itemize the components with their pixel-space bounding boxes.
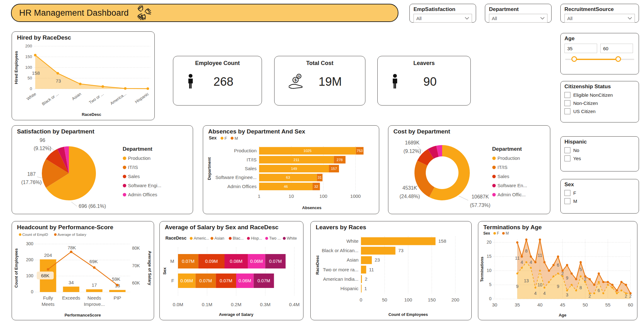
svg-text:White: White xyxy=(26,91,37,101)
slicer-sex: Sex F M xyxy=(560,179,639,214)
svg-text:Software En...: Software En... xyxy=(497,183,527,188)
svg-text:Age: Age xyxy=(559,313,567,317)
svg-text:4: 4 xyxy=(543,291,546,296)
terminations-area-chart[interactable]: SexFM05101520303540455055609134104938262… xyxy=(478,221,637,320)
slicer-empsatisfaction: EmpSatisfaction All xyxy=(409,4,476,23)
svg-text:60: 60 xyxy=(628,302,633,307)
svg-text:0.3M: 0.3M xyxy=(260,302,270,307)
checkbox-icon[interactable] xyxy=(564,155,570,161)
age-range-slider[interactable] xyxy=(564,56,635,63)
chart-title: Absences by Department And Sex xyxy=(208,128,305,135)
svg-text:0.0M: 0.0M xyxy=(173,302,183,307)
svg-text:50: 50 xyxy=(28,76,32,80)
cost-donut-chart[interactable]: 10687K(57.73%)4531K(24.48%)1689K(9.12%)D… xyxy=(388,126,550,214)
svg-text:211: 211 xyxy=(294,158,299,162)
kpi-title: Total Cost xyxy=(275,60,365,67)
absences-bar-chart[interactable]: SexFM11010010001025753Production211278IT… xyxy=(203,126,379,214)
checkbox-icon[interactable] xyxy=(564,100,570,106)
checkbox-icon[interactable] xyxy=(564,190,570,196)
svg-text:F: F xyxy=(225,136,227,141)
svg-text:(17.76%): (17.76%) xyxy=(21,180,42,185)
svg-text:American India...: American India... xyxy=(323,276,358,282)
salary-stacked-bar-chart[interactable]: RaceDescAmeric...AsianBlac...Hisp...Two … xyxy=(160,221,303,320)
slicer-citizenship-title: Citizenship Status xyxy=(564,84,635,90)
age-max-input[interactable] xyxy=(600,44,633,53)
svg-text:187: 187 xyxy=(27,171,36,177)
checkbox-icon[interactable] xyxy=(564,92,570,98)
svg-text:Hired Employees: Hired Employees xyxy=(14,51,19,84)
svg-text:Department: Department xyxy=(123,146,153,152)
svg-text:2: 2 xyxy=(584,277,586,282)
hispanic-option[interactable]: Yes xyxy=(564,155,635,161)
svg-text:157: 157 xyxy=(331,167,337,171)
svg-text:Two or more ra...: Two or more ra... xyxy=(323,267,358,272)
svg-text:Asian: Asian xyxy=(347,257,358,263)
person-icon xyxy=(186,73,195,90)
leavers-by-races-card: Leavers by Races 050100150200158White73B… xyxy=(310,221,472,320)
svg-text:Blac...: Blac... xyxy=(233,236,244,241)
svg-text:46: 46 xyxy=(284,185,288,188)
checkbox-icon[interactable] xyxy=(564,147,570,153)
svg-text:Count of Employees: Count of Employees xyxy=(388,312,428,317)
svg-text:158: 158 xyxy=(32,70,40,76)
svg-text:204: 204 xyxy=(44,252,52,258)
checkbox-icon[interactable] xyxy=(564,108,570,114)
svg-text:0.4M: 0.4M xyxy=(289,302,299,307)
terminations-by-age-card: Terminations by Age SexFM051015203035404… xyxy=(478,221,637,320)
svg-text:200: 200 xyxy=(26,257,34,262)
slider-handle-min[interactable] xyxy=(571,56,577,62)
department-dropdown[interactable]: All xyxy=(489,14,547,23)
svg-text:Admin Offices: Admin Offices xyxy=(227,184,257,189)
slicer-department-title: Department xyxy=(489,6,547,13)
svg-text:0.07M: 0.07M xyxy=(182,259,194,264)
svg-text:9: 9 xyxy=(557,284,559,289)
headcount-combo-chart[interactable]: Count of EmpIDAverage of Salary010020030… xyxy=(12,221,153,320)
svg-text:IT/IS: IT/IS xyxy=(128,165,138,170)
svg-text:11: 11 xyxy=(515,256,520,261)
empsatisfaction-value: All xyxy=(416,16,422,21)
slider-handle-max[interactable] xyxy=(615,56,621,62)
citizenship-option[interactable]: Non-Citizen xyxy=(564,100,635,106)
svg-text:60K: 60K xyxy=(132,280,140,285)
svg-text:10: 10 xyxy=(289,193,294,199)
svg-text:300: 300 xyxy=(26,241,34,246)
hired-by-racedesc-chart[interactable]: 05010015020015873WhiteBlack or ...AsianT… xyxy=(12,32,154,120)
svg-text:Production: Production xyxy=(128,155,151,161)
svg-text:55: 55 xyxy=(605,302,611,307)
checkbox-icon[interactable] xyxy=(564,198,570,204)
svg-text:Needs: Needs xyxy=(87,295,101,301)
page-title: HR Management Dashboard xyxy=(19,8,129,18)
empsatisfaction-dropdown[interactable]: All xyxy=(414,14,472,23)
svg-text:70K: 70K xyxy=(132,263,140,268)
svg-text:11: 11 xyxy=(369,267,374,272)
salary-by-sex-race-card: Average of Salary by Sex and RaceDesc Ra… xyxy=(159,221,303,320)
sex-option[interactable]: M xyxy=(564,198,635,204)
slicer-department: Department All xyxy=(485,4,552,23)
svg-text:Hispanic: Hispanic xyxy=(340,286,358,291)
svg-text:96: 96 xyxy=(40,138,45,143)
svg-text:Hispanic: Hispanic xyxy=(134,91,150,104)
svg-text:Admin Offices: Admin Offices xyxy=(128,192,157,197)
satisfaction-pie-chart[interactable]: 696 (66.1%)187(17.76%)96(9.12%)Departmen… xyxy=(12,126,192,214)
slicer-sex-title: Sex xyxy=(564,182,635,188)
svg-text:6: 6 xyxy=(597,288,600,293)
age-min-input[interactable] xyxy=(564,44,597,53)
svg-text:23: 23 xyxy=(375,257,380,263)
leavers-bar-chart[interactable]: 050100150200158White73Black or African..… xyxy=(311,221,471,320)
svg-text:1689K: 1689K xyxy=(405,140,420,145)
svg-text:34: 34 xyxy=(69,280,74,285)
svg-text:M: M xyxy=(235,136,238,141)
slicer-citizenship: Citizenship Status Eligible NonCitizen N… xyxy=(560,81,639,122)
citizenship-option[interactable]: US Citizen xyxy=(564,108,635,114)
recruitmentsource-dropdown[interactable]: All xyxy=(564,14,635,23)
hispanic-option[interactable]: No xyxy=(564,147,635,153)
sex-option[interactable]: F xyxy=(564,190,635,196)
citizenship-option[interactable]: Eligible NonCitizen xyxy=(564,92,635,98)
svg-text:America...: America... xyxy=(109,91,127,106)
svg-text:13: 13 xyxy=(524,278,529,283)
svg-text:Asian: Asian xyxy=(214,236,224,241)
svg-text:32: 32 xyxy=(314,185,318,188)
svg-text:9: 9 xyxy=(566,275,569,280)
svg-text:Sex: Sex xyxy=(209,135,217,140)
svg-text:50: 50 xyxy=(583,302,588,307)
